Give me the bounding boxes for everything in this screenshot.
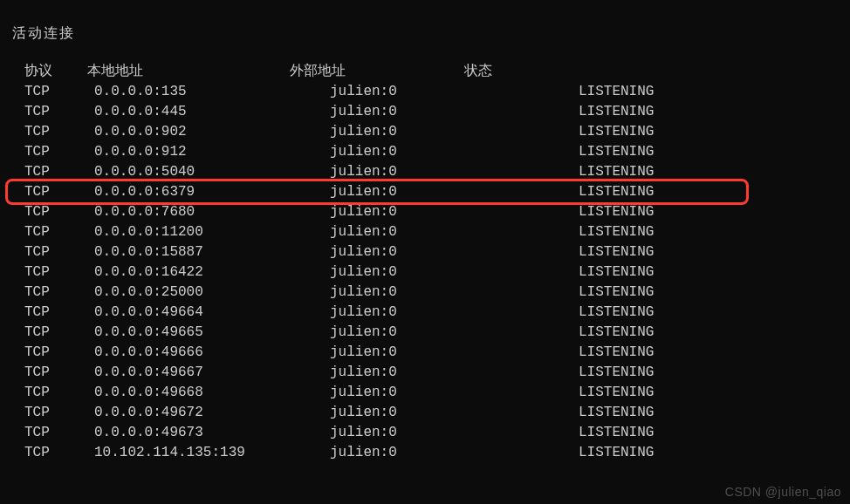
header-state: 状态 [464,62,604,82]
cell-foreign: julien:0 [330,383,443,403]
cell-proto: TCP [24,162,94,182]
cell-state: LISTENING [443,262,654,283]
cell-proto: TCP [24,102,94,122]
cell-proto: TCP [24,303,94,323]
table-row: TCP0.0.0.0:49668julien:0LISTENING [24,383,850,403]
cell-proto: TCP [24,202,94,222]
cell-local: 0.0.0.0:49665 [94,323,330,343]
table-row: TCP0.0.0.0:49667julien:0LISTENING [24,363,850,383]
cell-foreign: julien:0 [330,122,443,142]
cell-local: 0.0.0.0:5040 [94,162,330,182]
table-row: TCP10.102.114.135:139julien:0LISTENING [24,443,850,463]
cell-foreign: julien:0 [330,142,443,162]
cell-state: LISTENING [443,242,654,262]
cell-foreign: julien:0 [330,323,443,343]
cell-state: LISTENING [443,423,654,443]
cell-state: LISTENING [443,323,654,343]
cell-proto: TCP [24,82,94,102]
cell-proto: TCP [24,323,94,343]
cell-state: LISTENING [443,343,654,363]
table-row: TCP0.0.0.0:902julien:0LISTENING [24,122,850,142]
table-row: TCP0.0.0.0:49666julien:0LISTENING [24,343,850,363]
cell-foreign: julien:0 [330,363,443,383]
cell-proto: TCP [24,242,94,262]
cell-local: 0.0.0.0:16422 [94,262,330,283]
cell-proto: TCP [24,423,94,443]
cell-foreign: julien:0 [330,222,443,242]
cell-foreign: julien:0 [330,102,443,122]
cell-local: 0.0.0.0:15887 [94,242,330,262]
cell-local: 0.0.0.0:49667 [94,363,330,383]
table-row: TCP0.0.0.0:912julien:0LISTENING [24,142,850,162]
header-foreign: 外部地址 [290,62,464,82]
cell-local: 0.0.0.0:49673 [94,423,330,443]
table-row: TCP0.0.0.0:5040julien:0LISTENING [24,162,850,182]
cell-local: 0.0.0.0:11200 [94,222,330,242]
cell-proto: TCP [24,122,94,142]
table-row: TCP0.0.0.0:135julien:0LISTENING [24,82,850,102]
cell-proto: TCP [24,383,94,403]
cell-proto: TCP [24,182,94,202]
cell-foreign: julien:0 [330,162,443,182]
header-local: 本地地址 [87,62,290,82]
table-row: TCP0.0.0.0:445julien:0LISTENING [24,102,850,122]
cell-foreign: julien:0 [330,403,443,423]
cell-local: 0.0.0.0:49668 [94,383,330,403]
page-title: 活动连接 [0,24,850,43]
cell-local: 0.0.0.0:135 [94,82,330,102]
cell-state: LISTENING [443,443,654,463]
cell-state: LISTENING [443,363,654,383]
cell-foreign: julien:0 [330,182,443,202]
cell-proto: TCP [24,262,94,283]
header-proto: 协议 [24,62,87,82]
cell-local: 0.0.0.0:49666 [94,343,330,363]
cell-foreign: julien:0 [330,242,443,262]
cell-proto: TCP [24,443,94,463]
cell-foreign: julien:0 [330,303,443,323]
cell-proto: TCP [24,142,94,162]
cell-foreign: julien:0 [330,423,443,443]
cell-foreign: julien:0 [330,82,443,102]
cell-state: LISTENING [443,222,654,242]
table-row: TCP0.0.0.0:49664julien:0LISTENING [24,303,850,323]
cell-foreign: julien:0 [330,343,443,363]
table-row: TCP0.0.0.0:49672julien:0LISTENING [24,403,850,423]
table-body: TCP0.0.0.0:135julien:0LISTENINGTCP0.0.0.… [24,82,850,463]
cell-foreign: julien:0 [330,443,443,463]
table-row: TCP0.0.0.0:15887julien:0LISTENING [24,242,850,262]
table-header: 协议 本地地址 外部地址 状态 [24,62,850,82]
cell-local: 0.0.0.0:912 [94,142,330,162]
cell-state: LISTENING [443,403,654,423]
cell-proto: TCP [24,403,94,423]
cell-proto: TCP [24,283,94,303]
cell-state: LISTENING [443,102,654,122]
cell-foreign: julien:0 [330,262,443,283]
cell-foreign: julien:0 [330,202,443,222]
cell-local: 0.0.0.0:25000 [94,283,330,303]
netstat-table: 协议 本地地址 外部地址 状态 TCP0.0.0.0:135julien:0LI… [0,62,850,463]
cell-state: LISTENING [443,303,654,323]
cell-state: LISTENING [443,283,654,303]
cell-state: LISTENING [443,122,654,142]
cell-local: 0.0.0.0:49664 [94,303,330,323]
cell-state: LISTENING [443,82,654,102]
cell-local: 10.102.114.135:139 [94,443,330,463]
cell-local: 0.0.0.0:7680 [94,202,330,222]
table-row: TCP0.0.0.0:16422julien:0LISTENING [24,262,850,283]
cell-proto: TCP [24,343,94,363]
cell-proto: TCP [24,363,94,383]
cell-state: LISTENING [443,182,654,202]
cell-proto: TCP [24,222,94,242]
cell-local: 0.0.0.0:49672 [94,403,330,423]
watermark: CSDN @julien_qiao [725,485,841,499]
cell-state: LISTENING [443,202,654,222]
cell-state: LISTENING [443,142,654,162]
cell-foreign: julien:0 [330,283,443,303]
table-row: TCP0.0.0.0:25000julien:0LISTENING [24,283,850,303]
table-row: TCP0.0.0.0:49665julien:0LISTENING [24,323,850,343]
table-row: TCP0.0.0.0:6379julien:0LISTENING [24,182,850,202]
cell-local: 0.0.0.0:445 [94,102,330,122]
cell-local: 0.0.0.0:902 [94,122,330,142]
cell-state: LISTENING [443,162,654,182]
cell-state: LISTENING [443,383,654,403]
